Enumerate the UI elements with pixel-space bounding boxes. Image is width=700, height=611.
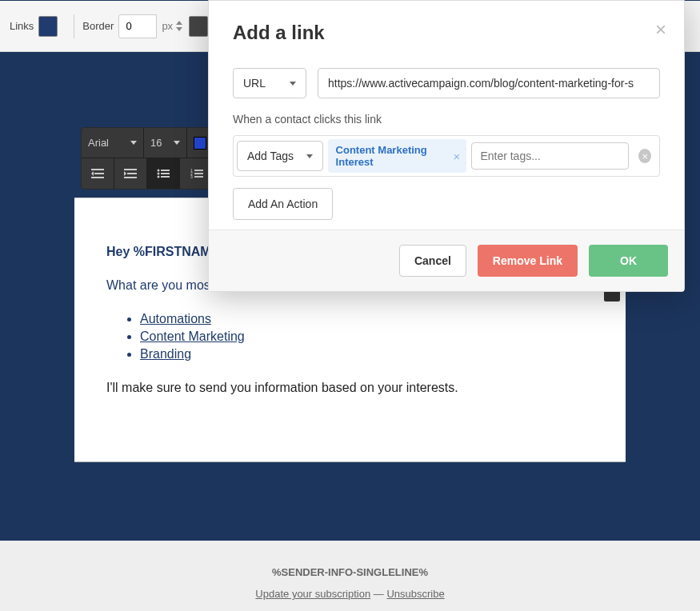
tag-chip: Content Marketing Interest × xyxy=(328,139,467,173)
border-stepper[interactable] xyxy=(176,21,182,31)
ok-button[interactable]: OK xyxy=(589,245,668,277)
list-item[interactable]: Content Marketing xyxy=(140,329,594,344)
chevron-down-icon xyxy=(130,141,137,145)
font-size-value: 16 xyxy=(150,137,162,149)
remove-tag-icon[interactable]: × xyxy=(454,150,461,163)
modal-title: Add a link xyxy=(233,22,660,44)
footer-separator: — xyxy=(370,588,386,600)
url-input[interactable] xyxy=(318,68,660,98)
svg-point-12 xyxy=(158,176,160,178)
email-footer: %SENDER-INFO-SINGLELINE% Update your sub… xyxy=(0,541,700,611)
svg-rect-0 xyxy=(91,169,104,170)
modal-footer: Cancel Remove Link OK xyxy=(209,230,684,291)
tag-row: Add Tags Content Marketing Interest × × xyxy=(233,135,660,177)
svg-point-8 xyxy=(158,170,160,172)
close-icon[interactable]: × xyxy=(655,20,666,39)
font-size-select[interactable]: 16 xyxy=(144,128,187,158)
border-color-swatch[interactable] xyxy=(189,16,208,37)
border-unit: px xyxy=(162,20,173,32)
svg-text:3: 3 xyxy=(190,174,193,178)
when-contact-clicks-label: When a contact clicks this link xyxy=(233,113,660,126)
svg-rect-15 xyxy=(194,170,203,171)
indent-left-button[interactable] xyxy=(82,158,114,189)
svg-rect-19 xyxy=(194,176,203,178)
add-link-modal: Add a link × URL When a contact clicks t… xyxy=(208,0,685,292)
unordered-list-button[interactable] xyxy=(147,158,180,189)
format-toolbar: Arial 16 123 xyxy=(81,127,213,190)
chevron-down-icon xyxy=(174,141,180,145)
list-item[interactable]: Automations xyxy=(140,312,594,326)
border-label: Border xyxy=(82,20,114,32)
update-subscription-link[interactable]: Update your subscription xyxy=(255,588,370,600)
svg-marker-7 xyxy=(124,171,126,176)
font-family-select[interactable]: Arial xyxy=(82,128,144,158)
remove-link-button[interactable]: Remove Link xyxy=(478,245,578,277)
svg-rect-6 xyxy=(124,177,137,178)
chevron-down-icon xyxy=(290,82,296,86)
svg-rect-1 xyxy=(94,173,104,174)
svg-rect-9 xyxy=(161,170,170,171)
cancel-button[interactable]: Cancel xyxy=(399,245,466,277)
add-action-button[interactable]: Add An Action xyxy=(233,188,333,220)
color-swatch-icon xyxy=(194,137,206,150)
closing-text: I'll make sure to send you information b… xyxy=(106,381,594,395)
tag-action-value: Add Tags xyxy=(247,150,294,162)
tag-input[interactable] xyxy=(471,142,629,170)
chevron-down-icon xyxy=(306,154,313,158)
links-label: Links xyxy=(10,20,34,32)
toolbar-divider xyxy=(74,14,74,38)
links-color-swatch[interactable] xyxy=(38,16,58,37)
clear-tags-icon[interactable]: × xyxy=(638,149,651,163)
divider xyxy=(74,461,626,462)
link-type-select[interactable]: URL xyxy=(233,68,306,98)
svg-rect-4 xyxy=(124,169,137,170)
svg-rect-11 xyxy=(161,173,170,174)
svg-rect-13 xyxy=(161,176,170,178)
link-type-value: URL xyxy=(243,77,266,90)
link-list: Automations Content Marketing Branding xyxy=(140,312,594,361)
list-item[interactable]: Branding xyxy=(140,347,594,361)
border-width-input[interactable] xyxy=(118,14,157,38)
svg-rect-5 xyxy=(127,173,137,174)
tag-action-select[interactable]: Add Tags xyxy=(237,141,323,171)
svg-marker-3 xyxy=(91,171,94,176)
unsubscribe-link[interactable]: Unsubscribe xyxy=(386,588,444,600)
svg-rect-2 xyxy=(91,177,104,178)
svg-point-10 xyxy=(158,173,160,175)
font-family-value: Arial xyxy=(88,137,109,149)
svg-rect-17 xyxy=(194,173,203,174)
tag-chip-label: Content Marketing Interest xyxy=(336,144,449,168)
indent-right-button[interactable] xyxy=(114,158,147,189)
sender-info: %SENDER-INFO-SINGLELINE% xyxy=(0,566,700,578)
